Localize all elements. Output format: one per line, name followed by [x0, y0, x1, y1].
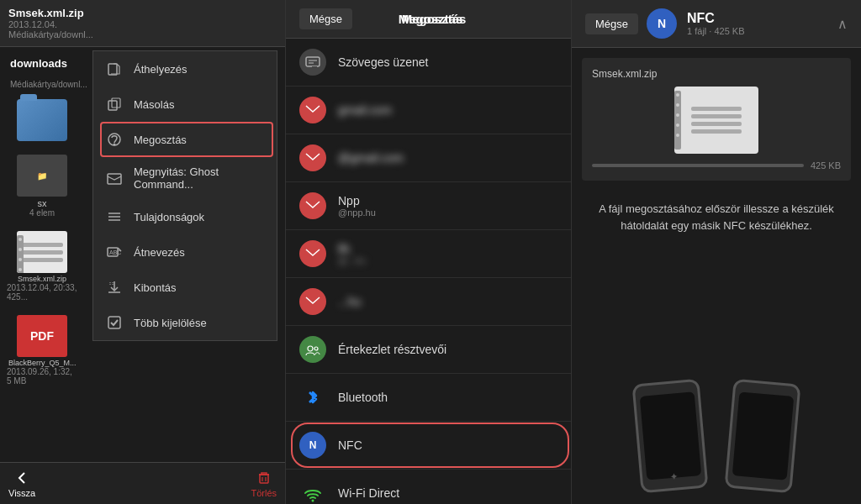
share-item-bt[interactable]: Bt. @...hu	[286, 230, 571, 278]
share-item-nfc[interactable]: N NFC	[286, 422, 571, 470]
share-item-email1[interactable]: gmail.com	[286, 87, 571, 134]
wifi-text: Wi-Fi Direct	[338, 486, 557, 500]
wifi-icon	[299, 480, 326, 504]
properties-label: Tulajdonságok	[134, 211, 204, 223]
left-phone-logo: ✦	[669, 470, 679, 483]
file-date: 2013.12.04.	[8, 19, 277, 29]
file-size-indicator	[592, 164, 804, 167]
npp-icon	[299, 192, 326, 219]
share-label: Megosztás	[134, 134, 187, 146]
email3-text: ...hu	[338, 295, 557, 308]
email3-label: ...hu	[338, 295, 557, 308]
nfc-title-group: NFC 1 fájl · 425 KB	[687, 11, 745, 36]
rename-label: Átnevezés	[134, 246, 185, 259]
contacts-label: Értekezlet résztvevői	[338, 343, 557, 356]
share-item-npp[interactable]: Npp @npp.hu	[286, 182, 571, 230]
trash-icon	[256, 470, 272, 486]
svg-rect-2	[112, 98, 120, 108]
left-phone-screen	[639, 391, 700, 480]
back-label: Vissza	[8, 488, 35, 498]
file-header: Smsek.xml.zip 2013.12.04. Médiakártya/do…	[0, 0, 285, 47]
phones-illustration: ✦	[572, 244, 861, 504]
share-item-email3[interactable]: ...hu	[286, 278, 571, 326]
context-menu-share[interactable]: Megosztás	[93, 122, 277, 157]
sms-icon	[299, 49, 326, 76]
wifi-label: Wi-Fi Direct	[338, 486, 557, 500]
nfc-circle-icon: N	[647, 8, 677, 39]
sms-text: Szöveges üzenet	[338, 55, 557, 69]
nfc-panel: Mégse N NFC 1 fájl · 425 KB Megosztás ∧ …	[572, 0, 861, 504]
file-size-bar: 425 KB	[592, 160, 841, 171]
svg-point-31	[312, 500, 314, 502]
folder-icon	[17, 99, 67, 141]
share-item-bluetooth[interactable]: Bluetooth	[286, 374, 571, 422]
context-menu-multiselect[interactable]: Több kijelölése	[93, 305, 277, 340]
sx-label: sx	[38, 198, 47, 208]
context-menu-rename[interactable]: ABC Átnevezés	[93, 234, 277, 270]
share-item-email2[interactable]: @gmail.com	[286, 134, 571, 182]
back-icon	[13, 470, 30, 486]
zip-preview-icon	[674, 87, 758, 154]
pdf-file-item[interactable]: PDF BlackBerry_Q5_M... 2013.09.26, 1:32,…	[3, 312, 81, 389]
email2-text: @gmail.com	[338, 151, 557, 165]
svg-text:ABC: ABC	[109, 249, 121, 255]
file-preview-area: Smsek.xml.zip 425 KB	[582, 58, 851, 181]
right-phone	[724, 379, 800, 493]
file-manager-panel: Smsek.xml.zip 2013.12.04. Médiakártya/do…	[0, 0, 286, 504]
context-menu-properties[interactable]: Tulajdonságok	[93, 199, 277, 234]
nfc-share-title: Megosztás	[399, 12, 463, 26]
email1-label: gmail.com	[338, 103, 557, 117]
file-list-area: downloads Médiakártya/downl... 📁 sx 4 el…	[0, 47, 285, 462]
svg-rect-5	[108, 174, 121, 184]
zip-dots	[18, 238, 22, 271]
preview-filename: Smsek.xml.zip	[592, 68, 657, 80]
downloads-label: downloads	[3, 54, 81, 73]
media-path: Médiakártya/downl...	[3, 80, 81, 89]
contacts-text: Értekezlet résztvevői	[338, 343, 557, 356]
sms-label: Szöveges üzenet	[338, 55, 557, 69]
nfc-share-icon: N	[299, 432, 326, 459]
zip-label: Smsek.xml.zip	[18, 275, 66, 283]
context-menu-extract[interactable]: Kibontás	[93, 270, 277, 305]
file-sidebar: downloads Médiakártya/downl... 📁 sx 4 el…	[0, 47, 84, 462]
zip-preview-lines	[21, 243, 63, 262]
chevron-up-icon[interactable]: ∧	[837, 16, 848, 32]
nfc-label: NFC	[338, 438, 557, 452]
delete-label: Törlés	[251, 488, 277, 498]
svg-rect-16	[108, 317, 120, 328]
context-menu-move[interactable]: Áthelyezés	[93, 51, 277, 87]
folder-item[interactable]	[3, 96, 81, 144]
context-menu-copy[interactable]: Másolás	[93, 87, 277, 122]
context-menu-open[interactable]: Megnyitás: Ghost Command...	[93, 157, 277, 199]
nfc-instruction: A fájl megosztásához először illessze a …	[572, 191, 861, 244]
copy-icon	[105, 95, 124, 113]
sx-sublabel: 4 elem	[29, 208, 55, 218]
nfc-cancel-button[interactable]: Mégse	[585, 13, 638, 34]
share-item-wifi[interactable]: Wi-Fi Direct	[286, 470, 571, 504]
sx-folder-icon: 📁	[37, 171, 47, 181]
bottom-nav: Vissza Törlés	[0, 462, 285, 504]
npp-sub: @npp.hu	[338, 207, 557, 218]
properties-icon	[105, 207, 124, 226]
svg-rect-0	[108, 64, 117, 75]
share-item-sms[interactable]: Szöveges üzenet	[286, 39, 571, 87]
zip-file-item[interactable]: Smsek.xml.zip 2013.12.04, 20:33, 425...	[3, 228, 81, 305]
right-phone-screen	[732, 391, 793, 480]
nfc-panel-subtitle: 1 fájl · 425 KB	[687, 26, 745, 36]
share-item-contacts[interactable]: Értekezlet résztvevői	[286, 326, 571, 374]
extract-icon	[105, 278, 124, 297]
nfc-info: N NFC 1 fájl · 425 KB	[647, 8, 829, 39]
share-cancel-button[interactable]: Mégse	[299, 8, 352, 29]
share-items-list: Szöveges üzenet gmail.com	[286, 39, 571, 504]
email1-icon	[299, 97, 326, 123]
zip-preview-dots	[676, 93, 679, 137]
npp-text: Npp @npp.hu	[338, 194, 557, 218]
pdf-meta: 2013.09.26, 1:32, 5 MB	[7, 367, 77, 386]
left-phone: ✦	[631, 379, 708, 493]
npp-label: Npp	[338, 194, 557, 207]
sx-folder-item[interactable]: 📁 sx 4 elem	[3, 151, 81, 221]
delete-button[interactable]: Törlés	[251, 470, 277, 498]
back-button[interactable]: Vissza	[8, 470, 35, 498]
open-icon	[105, 169, 124, 187]
zip-file-lines	[691, 107, 742, 134]
